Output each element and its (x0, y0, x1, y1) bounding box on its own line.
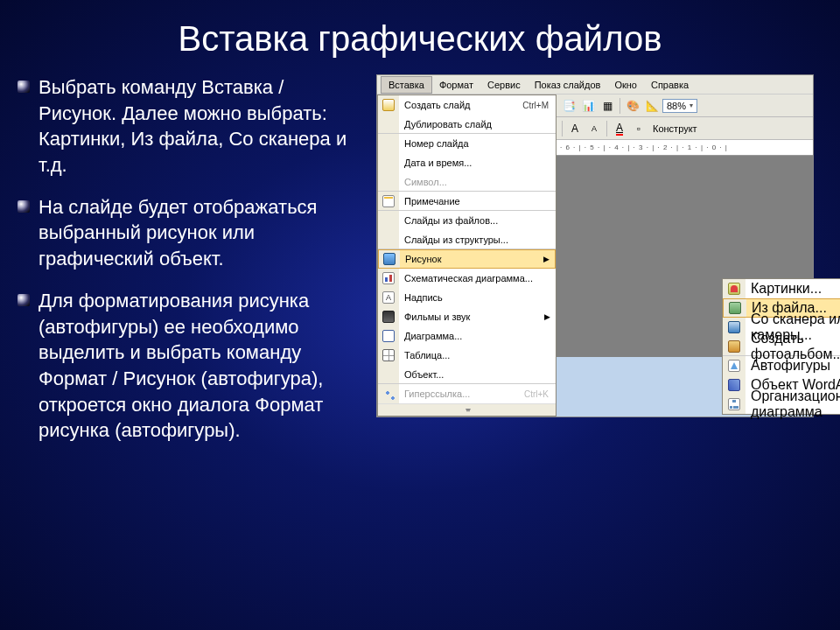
submenu-item[interactable]: Создать фотоальбом... (723, 337, 840, 356)
menu-item[interactable]: Дублировать слайд (378, 115, 556, 134)
menu-item[interactable]: Надпись (378, 288, 556, 307)
menu-item-label: Создать слайд (399, 100, 522, 110)
menu-item[interactable]: Дата и время... (378, 153, 556, 172)
toolbar-icon[interactable]: 📐 (643, 97, 661, 115)
menu-item[interactable]: Гиперссылка...Ctrl+K (378, 384, 556, 403)
menubar: Вставка Формат Сервис Показ слайдов Окно… (377, 75, 813, 94)
submenu-item[interactable]: Автофигуры (723, 356, 840, 375)
font-color-icon[interactable]: A (611, 120, 628, 137)
menu-item-icon (378, 211, 399, 230)
menu-item[interactable]: Символ... (378, 172, 556, 192)
menu-item[interactable]: Схематическая диаграмма... (378, 269, 556, 288)
submenu-item-icon (723, 318, 746, 337)
menu-item-label: Примечание (399, 196, 556, 206)
menu-item-label: Схематическая диаграмма... (399, 273, 556, 284)
bullet-icon (18, 294, 30, 306)
submenu-item-label: Автофигуры (746, 358, 840, 374)
menu-item[interactable]: Таблица... (378, 346, 556, 365)
submenu-item-label: Организационная диаграмма (746, 388, 840, 420)
menu-window[interactable]: Окно (607, 77, 644, 93)
submenu-arrow-icon: ▶ (543, 255, 555, 263)
menu-item-shortcut: Ctrl+M (522, 101, 556, 110)
toolbar-icon[interactable]: ▦ (598, 97, 616, 115)
submenu-item-icon (723, 279, 746, 298)
toolbar-icon[interactable]: 📑 (560, 97, 578, 115)
menu-service[interactable]: Сервис (480, 77, 528, 93)
menu-item-label: Гиперссылка... (399, 388, 524, 399)
menu-item-icon (379, 250, 400, 268)
menu-slideshow[interactable]: Показ слайдов (528, 77, 608, 93)
ruler: · 6 · | · 5 · | · 4 · | · 3 · | · 2 · | … (556, 140, 813, 156)
menu-item-icon (378, 115, 399, 133)
toolbar-row-1: 📑 📊 ▦ 🎨 📐 88% (556, 94, 813, 117)
submenu-item[interactable]: Картинки... (723, 279, 840, 298)
bullet-item: На слайде будет отображаться выбранный р… (18, 194, 359, 272)
zoom-selector[interactable]: 88% (662, 99, 697, 113)
menu-help[interactable]: Справка (644, 77, 696, 93)
menu-item-icon (378, 172, 399, 191)
toolbar-row-2: A A A ▫ Конструкт (556, 117, 813, 140)
konstruktor-label[interactable]: Конструкт (649, 123, 701, 134)
menu-item[interactable]: Слайды из структуры... (378, 230, 556, 249)
menu-insert[interactable]: Вставка (381, 76, 432, 94)
design-icon[interactable]: ▫ (630, 120, 648, 137)
menu-item-label: Слайды из файлов... (399, 215, 556, 226)
menu-item-label: Надпись (399, 292, 556, 303)
menu-item-icon (378, 307, 399, 326)
menu-item-icon (378, 230, 399, 248)
menu-item[interactable]: Слайды из файлов... (378, 211, 556, 230)
insert-dropdown: Создать слайдCtrl+MДублировать слайдНоме… (377, 94, 556, 416)
menu-item-label: Слайды из структуры... (399, 234, 556, 245)
expand-menu-icon[interactable]: ▾▾ (378, 403, 556, 416)
menu-item-icon (378, 384, 399, 403)
toolbar-icon[interactable]: 🎨 (624, 97, 641, 115)
menu-item-icon (378, 153, 399, 172)
menu-item[interactable]: Диаграмма... (378, 326, 556, 346)
separator (620, 98, 620, 114)
menu-item-icon (378, 269, 399, 288)
bullet-item: Выбрать команду Вставка / Рисунок. Далее… (18, 74, 359, 178)
bullet-list: Выбрать команду Вставка / Рисунок. Далее… (18, 74, 376, 459)
picture-submenu: Картинки...Из файла...Со сканера или кам… (722, 278, 840, 415)
menu-item-icon (378, 95, 399, 115)
menu-item[interactable]: Создать слайдCtrl+M (378, 95, 556, 115)
font-size-icon[interactable]: A (585, 120, 603, 137)
menu-item[interactable]: Фильмы и звук▶ (378, 307, 556, 326)
menu-item-label: Объект... (399, 369, 556, 380)
menu-item-icon (378, 346, 399, 365)
bullet-icon (18, 200, 30, 213)
bullet-icon (18, 80, 30, 93)
separator (562, 121, 563, 136)
menu-item-label: Фильмы и звук (399, 312, 544, 322)
menu-item[interactable]: Примечание (378, 192, 556, 211)
bullet-text: Выбрать команду Вставка / Рисунок. Далее… (38, 74, 359, 178)
menu-item-icon (378, 134, 399, 153)
toolbar-icon[interactable]: 📊 (579, 97, 597, 115)
menu-format[interactable]: Формат (432, 77, 480, 93)
slide-title: Вставка графических файлов (0, 0, 840, 74)
menu-item-label: Дата и время... (399, 158, 556, 168)
submenu-item-icon (723, 375, 746, 395)
submenu-arrow-icon: ▶ (544, 312, 556, 321)
bullet-item: Для форматирования рисунка (автофигуры) … (18, 288, 359, 444)
menu-item-label: Номер слайда (399, 138, 556, 149)
menu-item[interactable]: Номер слайда (378, 134, 556, 153)
menu-item[interactable]: Рисунок▶ (378, 249, 556, 269)
bullet-text: Для форматирования рисунка (автофигуры) … (38, 288, 359, 444)
menu-item-label: Таблица... (399, 350, 556, 360)
menu-item[interactable]: Объект... (378, 365, 556, 384)
menu-item-icon (378, 326, 399, 346)
font-size-icon[interactable]: A (566, 120, 584, 137)
submenu-item[interactable]: Организационная диаграмма (723, 395, 840, 414)
bullet-text: На слайде будет отображаться выбранный р… (38, 194, 359, 272)
submenu-item-icon (724, 299, 746, 317)
menu-item-label: Символ... (399, 177, 556, 187)
submenu-item-icon (723, 395, 746, 414)
menu-item-label: Диаграмма... (399, 331, 556, 341)
submenu-item-icon (723, 356, 746, 375)
menu-item-label: Рисунок (400, 254, 543, 264)
menu-item-icon (378, 365, 399, 383)
menu-item-label: Дублировать слайд (399, 119, 556, 130)
menu-item-shortcut: Ctrl+K (524, 389, 556, 399)
submenu-item-icon (723, 337, 746, 355)
